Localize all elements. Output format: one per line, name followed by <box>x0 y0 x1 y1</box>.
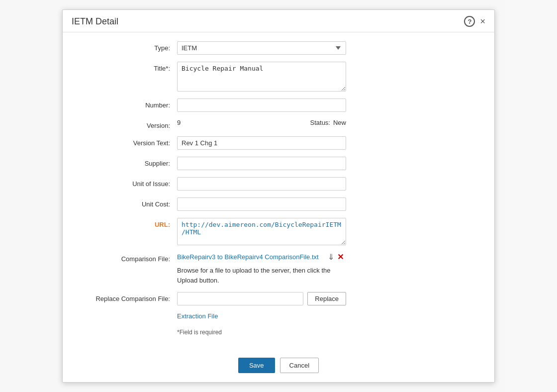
cancel-button[interactable]: Cancel <box>280 358 319 373</box>
save-button[interactable]: Save <box>238 358 275 373</box>
replace-file-input[interactable] <box>177 292 303 305</box>
unit-of-issue-row: Unit of Issue: <box>78 177 479 191</box>
modal-header-icons: ? × <box>464 16 485 27</box>
supplier-row: Supplier: <box>78 157 479 170</box>
number-input[interactable] <box>177 98 346 112</box>
close-icon[interactable]: × <box>480 17 485 26</box>
title-input[interactable] <box>177 62 346 92</box>
type-row: Type: IETM Manual Document <box>78 41 479 55</box>
title-row: Title*: <box>78 62 479 92</box>
title-label: Title*: <box>78 62 177 72</box>
replace-button[interactable]: Replace <box>307 292 346 305</box>
version-label: Version: <box>78 119 177 129</box>
url-input[interactable] <box>177 218 346 245</box>
version-text-label: Version Text: <box>78 136 177 147</box>
required-note-spacer <box>78 327 177 330</box>
comparison-file-link-row: BikeRepairv3 to BikeRepairv4 ComparisonF… <box>177 252 346 262</box>
type-select[interactable]: IETM Manual Document <box>177 41 346 55</box>
version-text-row: Version Text: <box>78 136 479 150</box>
version-row: Version: 9 Status: New <box>78 119 479 129</box>
replace-row-container: Replace <box>177 292 346 305</box>
modal-footer: Save Cancel <box>63 352 494 382</box>
type-label: Type: <box>78 41 177 52</box>
number-label: Number: <box>78 98 177 109</box>
required-note-row: *Field is required <box>78 327 479 336</box>
url-row: URL: <box>78 218 479 245</box>
version-text-input[interactable] <box>177 136 346 150</box>
number-row: Number: <box>78 98 479 112</box>
comparison-file-label: Comparison File: <box>78 252 177 263</box>
download-icon[interactable]: ⇓ <box>328 252 334 262</box>
modal-body: Type: IETM Manual Document Title*: Numbe… <box>63 32 494 352</box>
version-value: 9 <box>177 119 181 126</box>
unit-of-issue-input[interactable] <box>177 177 346 191</box>
comparison-file-container: BikeRepairv3 to BikeRepairv4 ComparisonF… <box>177 252 346 285</box>
browse-text: Browse for a file to upload to the serve… <box>177 266 346 285</box>
comparison-file-link[interactable]: BikeRepairv3 to BikeRepairv4 ComparisonF… <box>177 253 319 261</box>
replace-comparison-file-row: Replace Comparison File: Replace <box>78 292 479 305</box>
unit-cost-label: Unit Cost: <box>78 197 177 208</box>
url-label: URL: <box>78 218 177 228</box>
modal-title: IETM Detail <box>72 16 118 27</box>
version-status-container: 9 Status: New <box>177 119 346 126</box>
ietm-detail-modal: IETM Detail ? × Type: IETM Manual Docume… <box>62 9 495 383</box>
file-icons: ⇓ ✕ <box>328 252 344 262</box>
supplier-label: Supplier: <box>78 157 177 167</box>
replace-comparison-file-label: Replace Comparison File: <box>78 292 177 302</box>
extraction-file-spacer <box>78 312 177 315</box>
supplier-input[interactable] <box>177 157 346 170</box>
comparison-file-row: Comparison File: BikeRepairv3 to BikeRep… <box>78 252 479 285</box>
unit-cost-input[interactable] <box>177 197 346 211</box>
remove-file-icon[interactable]: ✕ <box>337 252 344 262</box>
status-value: New <box>333 119 346 126</box>
required-note: *Field is required <box>177 329 222 336</box>
modal-header: IETM Detail ? × <box>63 10 494 32</box>
extraction-file-link[interactable]: Extraction File <box>177 312 218 320</box>
unit-of-issue-label: Unit of Issue: <box>78 177 177 188</box>
extraction-file-row: Extraction File <box>78 312 479 320</box>
status-label: Status: <box>310 119 330 126</box>
help-icon[interactable]: ? <box>464 16 475 27</box>
unit-cost-row: Unit Cost: <box>78 197 479 211</box>
